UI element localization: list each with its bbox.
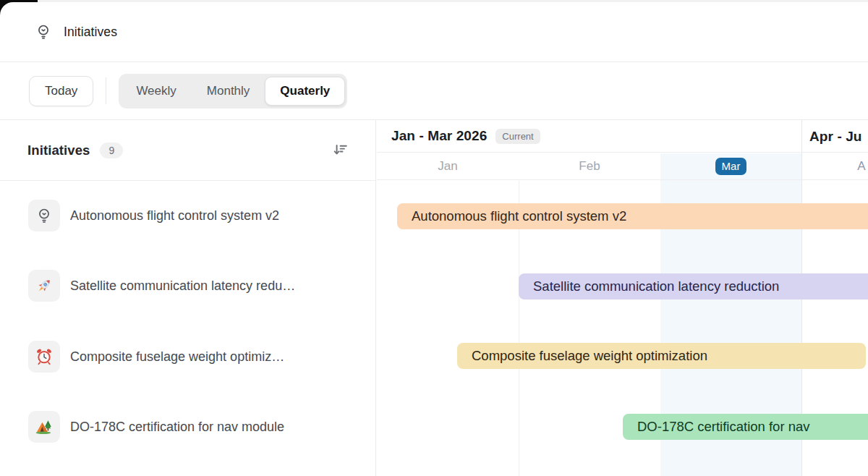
toolbar: Today Weekly Monthly Quaterly (0, 62, 868, 120)
initiative-row[interactable]: Composite fuselage weight optimiz… (28, 341, 284, 373)
main-area: Initiatives 9 (0, 120, 868, 476)
gantt-bar[interactable]: Satellite communication latency reductio… (519, 273, 868, 299)
view-option-monthly[interactable]: Monthly (192, 77, 265, 106)
gantt-bar[interactable]: Composite fuselage weight optimization (457, 343, 866, 369)
toolbar-divider (106, 77, 106, 104)
rocket-icon (28, 270, 60, 302)
initiative-label: Satellite communication latency redu… (70, 279, 295, 294)
initiatives-count-badge: 9 (100, 143, 123, 158)
month-label-mar: Mar (660, 153, 801, 180)
timeline: Jan - Mar 2026 Current Apr - Ju Jan Feb … (377, 120, 868, 476)
gantt-bar[interactable]: DO-178C certification for nav (623, 414, 868, 440)
initiative-label: Autonomous flight control system v2 (70, 208, 279, 224)
sidebar-header: Initiatives 9 (0, 120, 375, 181)
current-month-pill: Mar (715, 158, 747, 176)
month-label-feb: Feb (519, 153, 660, 180)
initiative-row[interactable]: DO-178C certification for nav module (28, 411, 284, 443)
initiatives-sidebar: Initiatives 9 (0, 120, 376, 476)
quarter-header-row: Jan - Mar 2026 Current Apr - Ju (377, 120, 868, 153)
initiative-label: Composite fuselage weight optimiz… (70, 349, 284, 365)
lightbulb-icon (35, 23, 52, 41)
quarter-label: Jan - Mar 2026 (391, 128, 487, 144)
initiative-label: DO-178C certification for nav module (70, 420, 284, 435)
initiative-row[interactable]: Satellite communication latency redu… (28, 270, 295, 302)
initiatives-page: Initiatives Today Weekly Monthly Quaterl… (0, 2, 868, 476)
month-label-jan: Jan (377, 153, 519, 180)
sort-descending-icon[interactable] (331, 140, 351, 161)
view-option-weekly[interactable]: Weekly (121, 77, 191, 106)
month-header-row: Jan Feb Mar A (377, 153, 868, 180)
app-header: Initiatives (0, 2, 868, 62)
page-title: Initiatives (64, 25, 117, 40)
camping-icon (28, 411, 60, 443)
sidebar-title: Initiatives (27, 143, 90, 158)
today-button[interactable]: Today (29, 76, 93, 106)
month-label-apr: A (840, 153, 868, 180)
current-quarter-badge: Current (495, 129, 540, 144)
view-switcher: Weekly Monthly Quaterly (119, 74, 347, 109)
initiative-row[interactable]: Autonomous flight control system v2 (28, 200, 279, 231)
alarm-clock-icon (28, 341, 60, 373)
gantt-bar[interactable]: Autonomous flight control system v2 (397, 203, 868, 229)
lightbulb-icon (28, 200, 60, 231)
view-option-quarterly[interactable]: Quaterly (265, 77, 345, 106)
next-quarter-label: Apr - Ju (809, 120, 862, 153)
